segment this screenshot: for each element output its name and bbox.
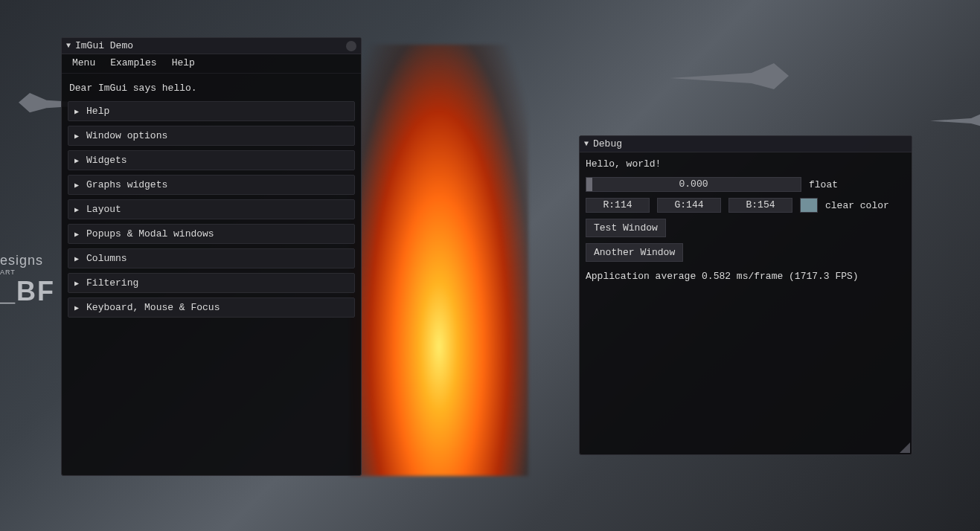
tree-label: Widgets [86,155,127,166]
background-jet [670,59,789,97]
color-g-value: G:144 [674,199,703,210]
demo-intro-text: Dear ImGui says hello. [68,80,355,101]
test-window-button[interactable]: Test Window [586,219,666,237]
tree-window-options[interactable]: ▶Window options [68,126,355,146]
background-jet [930,112,980,130]
collapse-triangle-icon[interactable]: ▼ [66,42,71,50]
close-icon[interactable] [346,41,356,51]
tree-label: Layout [86,204,121,215]
float-slider[interactable]: 0.000 [586,177,801,192]
chevron-right-icon: ▶ [74,132,79,141]
tree-label: Columns [86,253,127,264]
chevron-right-icon: ▶ [74,279,79,288]
menu-help[interactable]: Help [172,57,195,68]
tree-label: Graphs widgets [86,179,167,190]
debug-title: Debug [593,138,907,149]
chevron-right-icon: ▶ [74,303,79,312]
tree-label: Help [86,106,109,117]
fps-stats: Application average 0.582 ms/frame (1717… [586,271,906,282]
tree-popups-modal[interactable]: ▶Popups & Modal windows [68,224,355,244]
another-window-button[interactable]: Another Window [586,243,683,262]
tree-label: Filtering [86,277,138,289]
color-r-drag[interactable]: R:114 [586,198,650,213]
chevron-right-icon: ▶ [74,254,79,263]
tree-widgets[interactable]: ▶Widgets [68,150,355,170]
float-label: float [809,179,838,190]
color-b-value: B:154 [746,199,775,210]
tree-help[interactable]: ▶Help [68,101,355,121]
tree-graphs-widgets[interactable]: ▶Graphs widgets [68,175,355,195]
chevron-right-icon: ▶ [74,107,79,116]
float-value: 0.000 [679,178,708,190]
hello-text: Hello, world! [586,158,906,170]
color-b-drag[interactable]: B:154 [728,198,792,213]
chevron-right-icon: ▶ [74,230,79,239]
demo-title: ImGui Demo [75,40,346,51]
tree-filtering[interactable]: ▶Filtering [68,273,355,293]
chevron-right-icon: ▶ [74,181,79,190]
imgui-demo-window[interactable]: ▼ ImGui Demo Menu Examples Help Dear ImG… [61,37,362,476]
menu-menu[interactable]: Menu [72,57,95,68]
tree-label: Keyboard, Mouse & Focus [86,302,220,313]
tree-layout[interactable]: ▶Layout [68,199,355,219]
tree-keyboard-mouse-focus[interactable]: ▶Keyboard, Mouse & Focus [68,297,355,318]
color-g-drag[interactable]: G:144 [657,198,721,213]
debug-window[interactable]: ▼ Debug Hello, world! 0.000 float R:114 … [579,135,912,455]
slider-grab[interactable] [586,178,592,191]
chevron-right-icon: ▶ [74,205,79,214]
resize-grip-icon[interactable] [900,442,910,453]
tree-columns[interactable]: ▶Columns [68,248,355,268]
svg-marker-3 [900,442,910,453]
color-swatch[interactable] [800,198,818,213]
demo-menubar: Menu Examples Help [62,54,361,74]
svg-marker-1 [930,114,980,127]
menu-examples[interactable]: Examples [110,57,156,68]
debug-titlebar[interactable]: ▼ Debug [580,136,912,152]
collapse-triangle-icon[interactable]: ▼ [584,140,589,148]
color-r-value: R:114 [603,199,632,210]
background-watermark: esigns ART _BF [0,253,55,307]
tree-label: Window options [86,130,167,141]
svg-marker-0 [670,63,789,89]
demo-titlebar[interactable]: ▼ ImGui Demo [62,38,361,54]
tree-label: Popups & Modal windows [86,228,214,239]
clear-color-label: clear color [825,200,889,211]
chevron-right-icon: ▶ [74,156,79,165]
background-fire [350,45,528,476]
